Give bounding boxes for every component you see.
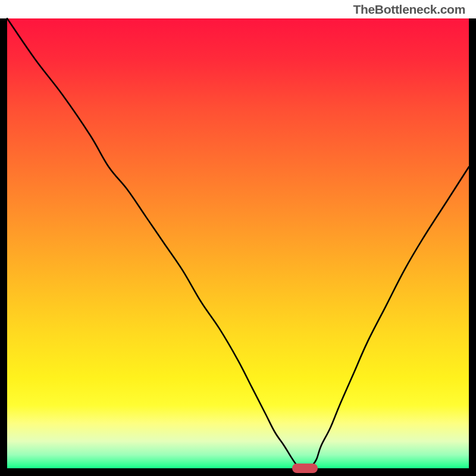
chart-background: [7, 18, 469, 468]
frame-bottom: [0, 468, 476, 476]
frame-left: [0, 18, 7, 476]
frame-right: [469, 18, 476, 476]
attribution-text: TheBottleneck.com: [353, 2, 465, 17]
optimal-marker: [292, 464, 318, 474]
